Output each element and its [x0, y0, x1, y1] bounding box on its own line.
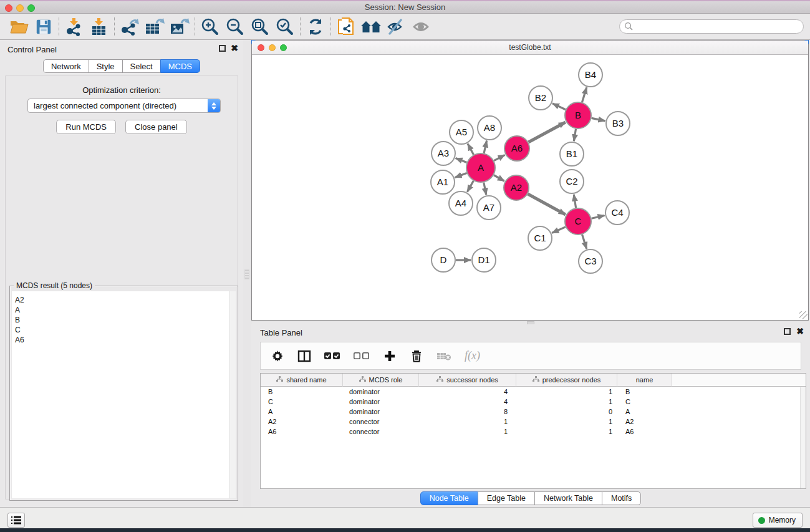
deselect-all-checkboxes-icon[interactable]: [354, 348, 370, 364]
mcds-result-list: A2ABCA6: [12, 291, 236, 498]
app-titlebar[interactable]: Session: New Session: [0, 1, 810, 14]
splitter-grip[interactable]: [244, 269, 249, 279]
tab-mcds[interactable]: MCDS: [160, 59, 200, 73]
add-column-icon[interactable]: [383, 348, 397, 364]
tab-network[interactable]: Network: [43, 59, 89, 73]
float-table-panel-icon[interactable]: [784, 328, 791, 335]
tab-motifs[interactable]: Motifs: [602, 491, 641, 505]
graph-edge-A6-B[interactable]: [528, 122, 565, 142]
home-icon[interactable]: [359, 16, 383, 38]
cell: 1: [516, 417, 617, 427]
result-list-scrollbar[interactable]: [229, 291, 236, 498]
import-network-icon[interactable]: [62, 16, 87, 38]
settings-gear-icon[interactable]: [271, 348, 284, 364]
show-all-icon[interactable]: [408, 16, 433, 38]
criterion-dropdown[interactable]: largest connected component (directed): [27, 99, 221, 113]
graph-edge-A-A3[interactable]: [456, 158, 467, 163]
result-item-A2[interactable]: A2: [15, 295, 236, 305]
column-header-MCDS-role[interactable]: MCDS role: [343, 374, 419, 387]
network-close-button[interactable]: [258, 44, 264, 51]
cell: C: [617, 397, 672, 407]
close-panel-icon[interactable]: ✖: [231, 45, 238, 52]
table-scrollbar[interactable]: [800, 387, 806, 488]
close-panel-button[interactable]: Close panel: [125, 120, 187, 134]
tab-select[interactable]: Select: [122, 59, 161, 73]
network-zoom-button[interactable]: [280, 44, 287, 51]
export-image-icon[interactable]: [167, 16, 192, 38]
graph-edge-A-A5[interactable]: [468, 143, 474, 154]
delete-icon[interactable]: [410, 348, 423, 364]
tab-network-table[interactable]: Network Table: [534, 491, 602, 505]
table-row[interactable]: Adominator80A: [261, 407, 806, 417]
export-table-icon[interactable]: [142, 16, 167, 38]
function-builder-icon[interactable]: f(x): [465, 348, 480, 364]
zoom-selected-icon[interactable]: [272, 16, 297, 38]
task-history-button[interactable]: [7, 513, 25, 528]
vertical-splitter[interactable]: [243, 40, 252, 507]
graph-edge-C-C1[interactable]: [552, 227, 566, 233]
network-minimize-button[interactable]: [269, 44, 276, 51]
export-network-icon[interactable]: [117, 16, 142, 38]
graph-edge-C-C2[interactable]: [574, 195, 576, 208]
memory-button[interactable]: Memory: [753, 513, 803, 528]
network-window-titlebar[interactable]: testGlobe.txt: [252, 41, 808, 55]
graph-edge-B-B3[interactable]: [592, 118, 605, 120]
tab-node-table[interactable]: Node Table: [420, 491, 478, 505]
table-row[interactable]: A6connector11A6: [261, 427, 806, 437]
zoom-in-icon[interactable]: [198, 16, 223, 38]
table-row[interactable]: Bdominator41B: [261, 387, 806, 397]
graph-edge-C-C4[interactable]: [591, 216, 604, 219]
float-panel-icon[interactable]: [219, 45, 226, 52]
zoom-out-icon[interactable]: [223, 16, 248, 38]
close-window-button[interactable]: [5, 4, 12, 12]
column-type-icon: [359, 376, 366, 384]
result-item-B[interactable]: B: [15, 315, 236, 325]
close-table-panel-icon[interactable]: ✖: [796, 328, 804, 335]
graph-edge-B-B2[interactable]: [552, 104, 566, 110]
mcds-tab-content: Optimization criterion: largest connecte…: [5, 75, 238, 500]
graph-edge-A-A2[interactable]: [494, 175, 504, 181]
graph-edge-A-A8[interactable]: [484, 141, 486, 153]
select-all-checkboxes-icon[interactable]: [324, 348, 340, 364]
column-header-shared-name[interactable]: shared name: [261, 374, 343, 387]
table-row[interactable]: A2connector11A2: [261, 417, 806, 427]
tab-edge-table[interactable]: Edge Table: [478, 491, 535, 505]
result-item-A[interactable]: A: [15, 305, 236, 315]
column-header-name[interactable]: name: [617, 374, 672, 387]
graph-edge-A-A6[interactable]: [494, 155, 504, 160]
delete-table-icon[interactable]: [436, 348, 451, 364]
hide-selected-icon[interactable]: [383, 16, 408, 38]
mcds-result-box: MCDS result (5 nodes) A2ABCA6: [9, 286, 238, 501]
window-resize-handle[interactable]: [799, 311, 808, 319]
cell: 1: [516, 387, 617, 397]
result-item-A6[interactable]: A6: [15, 335, 236, 345]
open-session-icon[interactable]: [6, 16, 31, 38]
apply-layout-icon[interactable]: [303, 16, 328, 38]
mcds-result-items: A2ABCA6: [12, 291, 236, 345]
table-row[interactable]: Cdominator41C: [261, 397, 806, 407]
save-session-icon[interactable]: [31, 16, 56, 38]
graph-edge-B-B1[interactable]: [574, 129, 576, 142]
minimize-window-button[interactable]: [16, 4, 24, 12]
graph-edge-C-C3[interactable]: [582, 235, 587, 249]
column-header-successor-nodes[interactable]: successor nodes: [419, 374, 516, 387]
import-table-icon[interactable]: [87, 16, 112, 38]
network-view-window[interactable]: testGlobe.txt AA6A2BCA5A8A3A1A4A7B2B4B3B…: [251, 40, 809, 321]
graph-edge-A2-C[interactable]: [528, 194, 565, 215]
graph-edge-A-A7[interactable]: [484, 183, 486, 195]
duplicate-network-icon[interactable]: [334, 16, 359, 38]
split-columns-icon[interactable]: [297, 348, 311, 364]
run-mcds-button[interactable]: Run MCDS: [56, 120, 116, 134]
graph-edge-B-B4[interactable]: [582, 87, 586, 102]
graph-node-label-C3: C3: [584, 256, 596, 266]
zoom-fit-icon[interactable]: [248, 16, 272, 38]
tab-style[interactable]: Style: [89, 59, 123, 73]
column-header-predecessor-nodes[interactable]: predecessor nodes: [516, 374, 617, 387]
network-canvas[interactable]: AA6A2BCA5A8A3A1A4A7B2B4B3B1C2C4C1C3DD1: [252, 55, 808, 320]
graph-node-label-B1: B1: [566, 148, 577, 159]
zoom-window-button[interactable]: [27, 4, 35, 12]
graph-edge-A-A1[interactable]: [455, 173, 467, 177]
result-item-C[interactable]: C: [15, 325, 236, 335]
graph-edge-A-A4[interactable]: [467, 181, 473, 192]
search-input[interactable]: [619, 19, 804, 34]
